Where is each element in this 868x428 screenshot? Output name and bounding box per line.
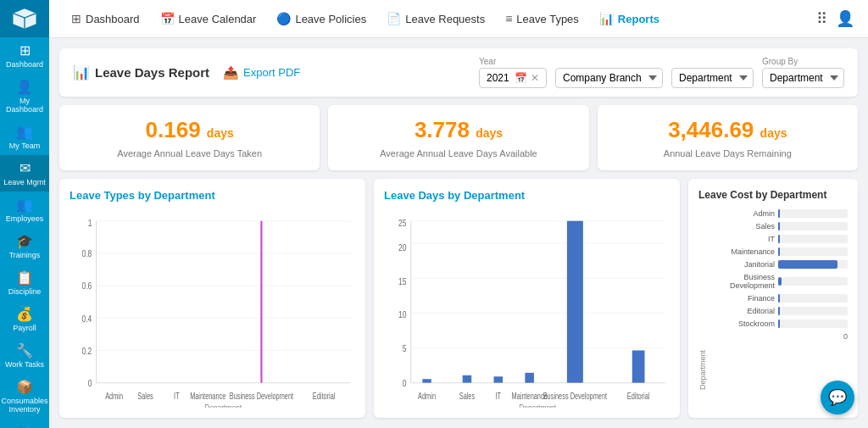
horiz-bar-track (778, 320, 848, 328)
svg-text:0.2: 0.2 (82, 346, 92, 357)
leave-cost-bar-row: Maintenance (698, 247, 848, 256)
employees-icon: 👥 (16, 197, 33, 213)
leave-cost-y-axis-label: Department (698, 344, 707, 395)
horiz-bar-fill (778, 307, 780, 315)
sidebar-item-trainings[interactable]: 🎓 Trainings (0, 228, 49, 264)
right-chart-title: Leave Days by Department (384, 189, 670, 202)
user-avatar[interactable]: 👤 (836, 9, 854, 28)
nav-leave-types[interactable]: ≡ Leave Types (497, 7, 587, 31)
horiz-bar-track (778, 222, 848, 231)
leave-cost-title: Leave Cost by Department (698, 189, 848, 201)
department-select[interactable]: Department (671, 68, 754, 88)
year-filter: Year 2021 📅 ✕ (479, 57, 547, 88)
sidebar-item-payroll[interactable]: 💰 Payroll (0, 301, 49, 337)
leave-cost-bar-row: Business Development (698, 273, 848, 290)
svg-text:Admin: Admin (418, 392, 436, 401)
nav-calendar-icon: 📅 (160, 12, 175, 25)
charts-row: Leave Types by Department 0 0.2 0.4 0.6 (59, 179, 858, 418)
leave-types-chart: Leave Types by Department 0 0.2 0.4 0.6 (59, 179, 365, 418)
horiz-bar-fill (778, 294, 780, 303)
leave-cost-bar-row: Finance (698, 294, 848, 303)
nav-leave-requests[interactable]: 📄 Leave Requests (378, 7, 493, 31)
svg-text:Sales: Sales (459, 392, 476, 401)
discipline-icon: 📋 (16, 270, 33, 286)
grid-icon[interactable]: ⠿ (816, 9, 827, 28)
svg-rect-40 (525, 373, 534, 383)
leave-cost-bar-row: Janitorial (698, 260, 848, 269)
payroll-icon: 💰 (16, 306, 33, 322)
svg-rect-39 (494, 376, 504, 382)
stat-card-1: 3.778 days Average Annual Leave Days Ava… (328, 105, 588, 170)
sidebar-item-work-tasks[interactable]: 🔧 Work Tasks (0, 337, 49, 374)
svg-text:20: 20 (398, 242, 407, 253)
stat-value-1: 3.778 days (345, 117, 571, 143)
report-title: 📊 Leave Days Report (73, 64, 209, 81)
svg-text:Admin: Admin (105, 392, 123, 401)
horiz-bar-fill (778, 320, 780, 328)
group-by-select[interactable]: Department (762, 68, 844, 88)
branch-select[interactable]: Company Branch (555, 68, 663, 88)
horiz-bar-label: Finance (698, 294, 775, 303)
horiz-bar-label: Business Development (698, 273, 775, 290)
horiz-bar-track (778, 235, 848, 243)
department-filter: Department (671, 57, 754, 88)
svg-text:Department: Department (519, 403, 556, 408)
topnav: ⊞ Dashboard 📅 Leave Calendar 🔵 Leave Pol… (49, 0, 868, 38)
sidebar-item-consumables[interactable]: 📦 Consumables Inventory (0, 374, 49, 419)
sidebar-item-discipline[interactable]: 📋 Discipline (0, 264, 49, 301)
svg-text:IT: IT (496, 392, 502, 401)
svg-text:15: 15 (398, 275, 407, 286)
svg-text:5: 5 (403, 343, 407, 354)
horiz-bar-label: Janitorial (698, 260, 775, 269)
horiz-bar-track (778, 247, 848, 256)
nav-types-icon: ≡ (505, 12, 512, 25)
nav-policies-icon: 🔵 (276, 12, 291, 25)
horiz-bar-track (778, 294, 848, 303)
svg-text:0: 0 (88, 378, 92, 389)
sidebar-item-dashboard[interactable]: ⊞ Dashboard (0, 37, 49, 74)
clear-year-icon[interactable]: ✕ (531, 72, 539, 84)
stat-label-0: Average Annual Leave Days Taken (76, 148, 303, 158)
my-team-icon: 👥 (16, 124, 33, 140)
trainings-icon: 🎓 (16, 233, 33, 249)
consumables-icon: 📦 (16, 379, 33, 395)
calendar-icon[interactable]: 📅 (515, 72, 527, 84)
report-title-icon: 📊 (73, 64, 90, 81)
svg-text:Maintenance: Maintenance (512, 392, 548, 401)
svg-rect-37 (422, 379, 431, 382)
horiz-bar-fill (778, 222, 780, 231)
sidebar-item-my-team[interactable]: 👥 My Team (0, 119, 49, 155)
horiz-bar-track (778, 307, 848, 315)
branch-filter: Company Branch (555, 57, 663, 88)
report-header: 📊 Leave Days Report 📤 Export PDF Year 20… (59, 48, 858, 97)
nav-dashboard[interactable]: ⊞ Dashboard (63, 7, 148, 31)
svg-text:0.6: 0.6 (82, 281, 92, 292)
chat-button[interactable]: 💬 (821, 381, 854, 414)
svg-text:Business Development: Business Development (543, 392, 608, 401)
horiz-bar-fill (778, 235, 780, 243)
nav-leave-policies[interactable]: 🔵 Leave Policies (268, 7, 375, 31)
svg-text:Maintenance: Maintenance (190, 392, 225, 401)
sidebar-item-my-dashboard[interactable]: 👤 My Dashboard (0, 74, 49, 119)
horiz-bar-label: Stockroom (698, 320, 775, 328)
horiz-bar-fill (778, 247, 780, 256)
svg-text:10: 10 (398, 309, 407, 320)
stat-value-2: 3,446.69 days (615, 117, 841, 143)
nav-requests-icon: 📄 (387, 12, 401, 25)
svg-text:1: 1 (88, 217, 92, 228)
export-pdf-button[interactable]: 📤 Export PDF (223, 65, 300, 81)
horiz-bar-fill (778, 277, 782, 286)
horiz-bar-label: Sales (698, 222, 775, 231)
sidebar-item-employees[interactable]: 👥 Employees (0, 192, 49, 228)
nav-reports[interactable]: 📊 Reports (591, 7, 668, 31)
sidebar: TECHIFY ⊞ Dashboard 👤 My Dashboard 👥 My … (0, 0, 49, 428)
horiz-bar-label: IT (698, 235, 775, 243)
sidebar-item-subscription[interactable]: 👥 Subscription (0, 419, 49, 428)
svg-text:Sales: Sales (137, 392, 153, 401)
leave-cost-bar-row: Admin (698, 209, 848, 218)
main-area: ⊞ Dashboard 📅 Leave Calendar 🔵 Leave Pol… (49, 0, 868, 428)
svg-rect-41 (567, 221, 583, 383)
sidebar-item-leave-mgmt[interactable]: ✉ Leave Mgmt (0, 155, 49, 192)
stat-value-0: 0.169 days (76, 117, 303, 143)
nav-leave-calendar[interactable]: 📅 Leave Calendar (152, 7, 265, 31)
